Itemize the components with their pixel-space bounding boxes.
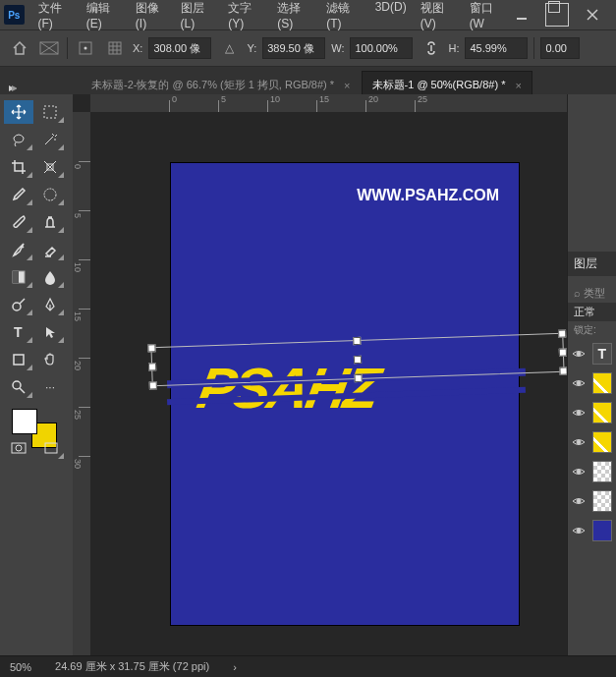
visibility-icon[interactable] <box>572 493 587 509</box>
layer-row-5[interactable] <box>568 486 616 516</box>
menu-edit[interactable]: 编辑(E) <box>81 0 128 34</box>
dodge-tool[interactable] <box>4 293 33 316</box>
visibility-icon[interactable] <box>572 464 587 480</box>
minimize-button[interactable] <box>510 3 533 27</box>
svg-point-27 <box>577 381 581 385</box>
marquee-tool[interactable] <box>35 100 65 124</box>
restore-button[interactable] <box>545 3 569 27</box>
blend-mode-select[interactable]: 正常 <box>568 303 616 321</box>
brush-tool[interactable] <box>4 210 33 234</box>
quick-mask-tool[interactable] <box>4 436 32 460</box>
svg-point-24 <box>16 445 22 451</box>
svg-point-7 <box>84 47 87 50</box>
x-field[interactable]: 308.00 像 <box>148 37 211 59</box>
layer-row-2[interactable] <box>568 398 616 427</box>
y-field[interactable]: 389.50 像 <box>262 37 325 59</box>
handle-tr[interactable] <box>558 330 566 338</box>
close-button[interactable] <box>581 3 604 27</box>
menu-text[interactable]: 文字(Y) <box>222 0 269 34</box>
menu-image[interactable]: 图像(I) <box>130 0 173 34</box>
svg-point-21 <box>13 381 21 389</box>
blur-tool[interactable] <box>35 265 65 289</box>
pen-tool[interactable] <box>35 293 65 316</box>
home-icon[interactable] <box>8 36 31 60</box>
handle-mr[interactable] <box>559 349 567 357</box>
canvas-url-text: WWW.PSAHZ.COM <box>357 187 499 204</box>
layer-thumb <box>592 490 612 512</box>
edit-toolbar[interactable]: ··· <box>35 375 65 399</box>
visibility-icon[interactable] <box>572 346 587 362</box>
reference-point-icon[interactable] <box>74 36 97 60</box>
layer-row-1[interactable] <box>568 368 616 398</box>
menu-file[interactable]: 文件(F) <box>32 0 79 34</box>
lasso-tool[interactable] <box>4 128 33 151</box>
layers-filter[interactable]: ⌕ 类型 <box>568 284 616 303</box>
svg-text:T: T <box>14 325 23 339</box>
layer-thumb <box>592 461 612 482</box>
menu-view[interactable]: 视图(V) <box>415 0 462 34</box>
foreground-color[interactable] <box>12 409 37 434</box>
layer-row-bg[interactable] <box>568 516 616 545</box>
visibility-icon[interactable] <box>572 434 587 450</box>
hand-tool[interactable] <box>35 348 65 371</box>
menu-filter[interactable]: 滤镜(T) <box>320 0 366 34</box>
layer-thumb <box>592 431 612 453</box>
visibility-icon[interactable] <box>572 523 587 538</box>
angle-field[interactable]: 0.00 <box>540 37 580 59</box>
magic-wand-tool[interactable] <box>35 128 65 151</box>
h-field[interactable]: 45.99% <box>465 37 528 59</box>
canvas-area[interactable]: 0 5 10 15 20 25 0 5 10 15 20 25 30 WWW.P… <box>73 94 567 655</box>
handle-br[interactable] <box>559 367 567 375</box>
eraser-tool[interactable] <box>35 238 65 261</box>
y-label: Y: <box>247 42 256 54</box>
document-dimensions[interactable]: 24.69 厘米 x 31.75 厘米 (72 ppi) <box>55 659 209 674</box>
expand-panels-icon[interactable] <box>6 83 18 94</box>
document-tabs: 未标题-2-恢复的 @ 66.7% (矩形 1 拷贝, RGB/8#) * × … <box>0 67 616 94</box>
eyedropper-tool[interactable] <box>4 183 33 206</box>
grid-icon[interactable] <box>103 36 127 60</box>
document-canvas[interactable]: WWW.PSAHZ.COM PSAHZ <box>171 163 519 625</box>
transform-mode-icon[interactable] <box>37 36 61 60</box>
tab-1-close-icon[interactable]: × <box>344 80 350 91</box>
move-tool[interactable] <box>4 100 33 124</box>
visibility-icon[interactable] <box>572 405 587 421</box>
handle-ml[interactable] <box>148 363 156 370</box>
svg-point-32 <box>577 529 581 533</box>
patch-tool[interactable] <box>35 183 65 206</box>
path-selection-tool[interactable] <box>35 320 65 344</box>
layers-tab[interactable]: 图层 <box>568 252 616 276</box>
ruler-vertical[interactable]: 0 5 10 15 20 25 30 <box>73 112 90 655</box>
screen-mode-tool[interactable] <box>36 436 65 460</box>
layer-row-text[interactable]: T <box>568 339 616 368</box>
menu-select[interactable]: 选择(S) <box>271 0 318 34</box>
tab-2[interactable]: 未标题-1 @ 50%(RGB/8#) * × <box>362 71 532 94</box>
clone-stamp-tool[interactable] <box>35 210 65 234</box>
menu-3d[interactable]: 3D(D) <box>369 0 413 34</box>
slice-tool[interactable] <box>35 155 65 179</box>
menu-window[interactable]: 窗口(W <box>464 0 510 34</box>
history-brush-tool[interactable] <box>4 238 33 261</box>
layer-row-3[interactable] <box>568 427 616 457</box>
w-field[interactable]: 100.00% <box>350 37 413 59</box>
color-swatches[interactable] <box>4 403 65 428</box>
menu-layer[interactable]: 图层(L) <box>175 0 221 34</box>
options-bar: X: 308.00 像 △ Y: 389.50 像 W: 100.00% H: … <box>0 29 616 67</box>
visibility-icon[interactable] <box>572 375 587 391</box>
zoom-tool[interactable] <box>4 375 33 399</box>
shape-tool[interactable] <box>4 348 33 371</box>
search-icon: ⌕ <box>574 287 581 299</box>
zoom-level[interactable]: 50% <box>10 661 31 673</box>
handle-bl[interactable] <box>149 381 157 389</box>
gradient-tool[interactable] <box>4 265 33 289</box>
ruler-horizontal[interactable]: 0 5 10 15 20 25 <box>90 94 567 112</box>
type-tool[interactable]: T <box>4 320 33 344</box>
delta-icon[interactable]: △ <box>217 36 241 60</box>
tab-2-close-icon[interactable]: × <box>515 80 521 91</box>
layers-panel: 图层 ⌕ 类型 正常 锁定: T <box>567 94 616 655</box>
handle-tl[interactable] <box>147 344 155 352</box>
layer-row-4[interactable] <box>568 457 616 486</box>
chevron-right-icon[interactable]: › <box>233 661 237 673</box>
tab-1[interactable]: 未标题-2-恢复的 @ 66.7% (矩形 1 拷贝, RGB/8#) * × <box>81 71 362 94</box>
crop-tool[interactable] <box>4 155 33 179</box>
link-icon[interactable] <box>419 36 442 60</box>
